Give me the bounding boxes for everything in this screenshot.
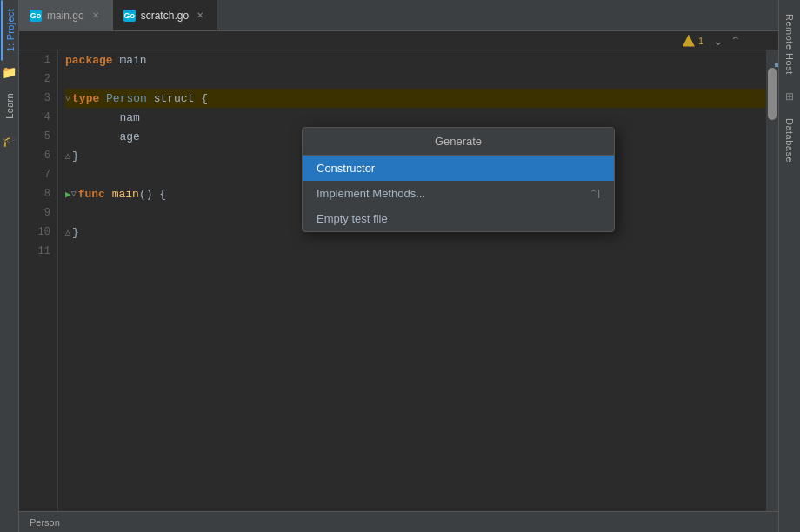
- line-9: 9: [19, 203, 57, 223]
- tab-label-main: main.go: [47, 10, 84, 22]
- implement-shortcut: ⌃|: [590, 188, 600, 199]
- editor-top-bar: 1 ⌄ ⌃: [19, 31, 778, 50]
- popup-item-implement-label: Implement Methods...: [317, 187, 425, 200]
- warning-count: 1: [698, 36, 703, 46]
- scroll-mark: [775, 63, 778, 67]
- tab-close-main[interactable]: ✕: [90, 10, 102, 22]
- struct-name: Person: [106, 92, 147, 105]
- line-numbers: 1 2 3 4 5 6 7 8 9 10 11: [19, 50, 58, 511]
- status-bar: Person: [19, 511, 778, 532]
- line-8: 8: [19, 184, 57, 203]
- status-text: Person: [30, 517, 60, 528]
- warning-triangle-icon: [683, 35, 695, 47]
- line-6: 6: [19, 146, 57, 165]
- field-age: age: [65, 130, 140, 143]
- kw-type: type: [72, 92, 106, 105]
- kw-func: func: [78, 188, 112, 201]
- field-name: nam: [65, 111, 140, 124]
- popup-item-constructor-label: Constructor: [317, 162, 375, 175]
- nav-down-arrow[interactable]: ⌄: [710, 34, 726, 48]
- line-1: 1: [19, 50, 57, 70]
- warning-badge: 1: [683, 35, 703, 47]
- pkg-name: main: [119, 54, 146, 67]
- scrollbar[interactable]: [766, 50, 778, 511]
- popup-item-constructor[interactable]: Constructor: [303, 156, 614, 181]
- popup-item-test-label: Empty test file: [317, 212, 388, 225]
- fn-args: () {: [139, 188, 166, 201]
- fn-main: main: [112, 188, 139, 201]
- close-brace-2: }: [72, 226, 79, 239]
- close-brace-1: }: [72, 150, 79, 163]
- code-line-11: [65, 242, 766, 261]
- editor-area: 1 2 3 4 5 6 7 8 9 10 11 package main ▽ t…: [19, 50, 778, 511]
- project-tab[interactable]: 1: Project: [1, 0, 18, 60]
- popup-item-test[interactable]: Empty test file: [303, 206, 614, 231]
- database-label[interactable]: Database: [784, 111, 795, 170]
- left-panel-tabs: 1: Project 📁 Learn 🎓: [0, 0, 19, 532]
- line-11: 11: [19, 242, 57, 261]
- popup-item-implement[interactable]: Implement Methods... ⌃|: [303, 181, 614, 206]
- tab-close-scratch[interactable]: ✕: [194, 10, 206, 22]
- run-icon[interactable]: ▶: [65, 189, 71, 200]
- line-4: 4: [19, 108, 57, 127]
- context-menu: Generate Constructor Implement Methods..…: [302, 127, 615, 232]
- code-line-1: package main: [65, 50, 766, 70]
- line-3: 3: [19, 89, 57, 108]
- learn-tab[interactable]: Learn: [2, 84, 17, 128]
- right-sidebar: Remote Host ⊞ Database: [778, 0, 800, 532]
- project-icon[interactable]: 📁: [2, 60, 17, 84]
- nav-up-arrow[interactable]: ⌃: [728, 34, 743, 48]
- code-line-4: nam: [65, 108, 766, 127]
- fold-icon-6[interactable]: △: [65, 150, 70, 161]
- kw-package: package: [65, 54, 119, 67]
- tab-label-scratch: scratch.go: [141, 10, 189, 22]
- tab-main-go[interactable]: Go main.go ✕: [19, 0, 113, 30]
- fold-icon-10[interactable]: △: [65, 227, 70, 237]
- struct-keyword: struct {: [147, 92, 208, 105]
- fold-icon-3[interactable]: ▽: [65, 93, 70, 103]
- nav-arrows: ⌄ ⌃: [710, 34, 743, 48]
- code-line-2: [65, 70, 766, 89]
- line-7: 7: [19, 165, 57, 184]
- fold-icon-8[interactable]: ▽: [71, 189, 77, 199]
- remote-host-label[interactable]: Remote Host: [784, 7, 795, 82]
- tab-bar: Go main.go ✕ Go scratch.go ✕: [19, 0, 778, 31]
- learn-icon[interactable]: 🎓: [2, 128, 17, 152]
- code-line-3: ▽ type Person struct {: [65, 89, 766, 108]
- go-icon-main: Go: [30, 10, 42, 22]
- line-5: 5: [19, 127, 57, 146]
- go-icon-scratch: Go: [123, 10, 136, 22]
- main-editor-area: Go main.go ✕ Go scratch.go ✕ 1 ⌄ ⌃ 1 2 3…: [19, 0, 778, 532]
- database-icon: ⊞: [782, 89, 797, 104]
- tab-scratch-go[interactable]: Go scratch.go ✕: [113, 0, 217, 30]
- line-10: 10: [19, 223, 57, 242]
- scroll-thumb[interactable]: [768, 68, 777, 120]
- line-2: 2: [19, 70, 57, 89]
- popup-header: Generate: [303, 128, 614, 156]
- code-content[interactable]: package main ▽ type Person struct { nam …: [58, 50, 766, 511]
